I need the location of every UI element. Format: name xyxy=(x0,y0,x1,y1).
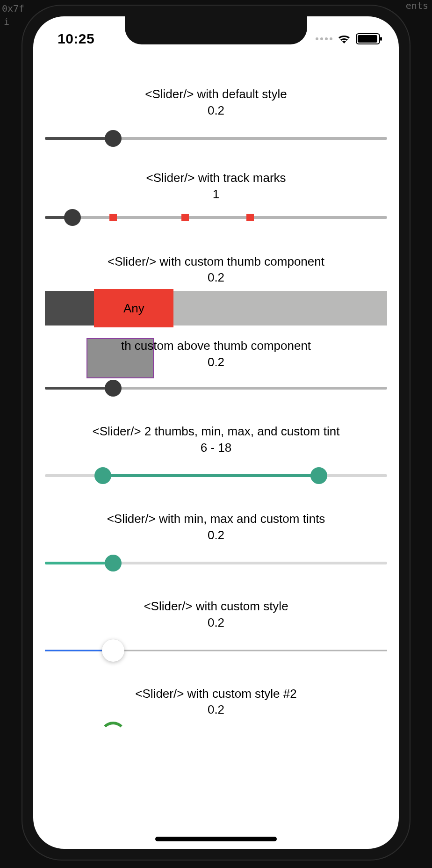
slider-title: <Slider/> 2 thumbs, min, max, and custom… xyxy=(45,424,387,440)
slider-title: th custom above thumb component xyxy=(45,338,387,354)
bg-hex: 0x7f xyxy=(2,3,24,14)
slider-custom-blue[interactable] xyxy=(45,641,387,660)
slider-example-default: <Slider/> with default style 0.2 xyxy=(45,87,387,148)
slider-custom-arc[interactable] xyxy=(45,722,387,736)
phone-bezel: 10:25 <Slider/> with default s xyxy=(22,5,410,861)
track-bg xyxy=(45,216,387,219)
content-scroll[interactable]: <Slider/> with default style 0.2 <Slider… xyxy=(33,68,399,849)
slider-value: 0.2 xyxy=(45,702,387,717)
slider-value: 0.2 xyxy=(45,528,387,542)
slider-thumb[interactable] xyxy=(105,130,122,147)
slider-thumb-custom[interactable]: Any xyxy=(94,289,173,327)
status-time: 10:25 xyxy=(58,31,94,47)
slider-title: <Slider/> with custom style xyxy=(45,599,387,615)
status-right xyxy=(316,33,380,44)
slider-marks[interactable] xyxy=(45,208,387,227)
wifi-icon xyxy=(337,34,351,44)
bg-i: i xyxy=(4,16,9,27)
slider-big-thumb[interactable]: Any xyxy=(45,289,387,327)
battery-icon xyxy=(356,33,380,44)
phone-screen: 10:25 <Slider/> with default s xyxy=(33,16,399,849)
slider-value: 6 - 18 xyxy=(45,441,387,455)
slider-value: 1 xyxy=(45,187,387,202)
track-mark xyxy=(181,214,189,221)
track-fill xyxy=(45,137,113,140)
arc-icon xyxy=(100,722,126,748)
notch xyxy=(125,16,307,44)
slider-thumb-low[interactable] xyxy=(94,467,111,484)
slider-title: <Slider/> with min, max and custom tints xyxy=(45,511,387,527)
slider-title: <Slider/> with default style xyxy=(45,87,387,102)
track-fill xyxy=(45,387,113,390)
slider-value: 0.2 xyxy=(45,270,387,285)
slider-above-thumb[interactable] xyxy=(45,379,387,398)
slider-default[interactable] xyxy=(45,129,387,148)
slider-thumb[interactable] xyxy=(64,209,81,226)
slider-thumb-high[interactable] xyxy=(310,467,327,484)
slider-title: <Slider/> with custom thumb component xyxy=(45,254,387,270)
track-mark xyxy=(109,214,117,221)
slider-example-custom-arc: <Slider/> with custom style #2 0.2 xyxy=(45,686,387,736)
track-fill xyxy=(103,474,318,477)
slider-thumb[interactable] xyxy=(102,639,124,662)
slider-example-big-thumb: <Slider/> with custom thumb component 0.… xyxy=(45,254,387,327)
slider-range[interactable] xyxy=(45,466,387,485)
bg-ents: ents xyxy=(406,0,428,11)
slider-thumb[interactable] xyxy=(105,380,122,397)
slider-example-above-thumb: th custom above thumb component 0.2 xyxy=(45,338,387,398)
slider-example-custom-blue: <Slider/> with custom style 0.2 xyxy=(45,599,387,660)
thumb-label: Any xyxy=(123,301,144,316)
slider-value: 0.2 xyxy=(45,103,387,118)
slider-green-tint[interactable] xyxy=(45,554,387,572)
home-indicator[interactable] xyxy=(155,837,277,841)
slider-title: <Slider/> with track marks xyxy=(45,170,387,186)
slider-title: <Slider/> with custom style #2 xyxy=(45,686,387,702)
slider-thumb[interactable] xyxy=(105,555,122,571)
slider-example-green-tint: <Slider/> with min, max and custom tints… xyxy=(45,511,387,572)
slider-example-marks: <Slider/> with track marks 1 xyxy=(45,170,387,227)
slider-value: 0.2 xyxy=(45,615,387,630)
track-mark xyxy=(246,214,254,221)
track-fill xyxy=(45,562,113,564)
slider-example-range: <Slider/> 2 thumbs, min, max, and custom… xyxy=(45,424,387,485)
cellular-dots-icon xyxy=(316,37,332,40)
